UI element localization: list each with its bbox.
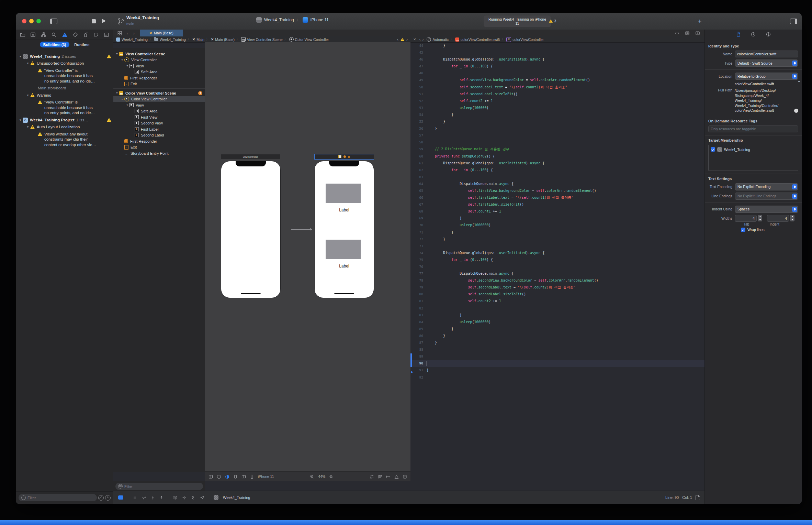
symbol-navigator-icon[interactable] [41,32,46,37]
segue-badge-icon[interactable]: ➔ [198,91,202,95]
outline-row[interactable]: First Responder [113,138,205,144]
code-line[interactable]: 65 self.firstView.backgroundColor = self… [410,187,705,194]
issue-row[interactable]: ▾Week4_Training2 issues [16,53,113,60]
outline-row[interactable]: LFirst Label [113,126,205,132]
segment-runtime[interactable]: Runtime [74,43,89,47]
checkbox-checked-icon[interactable] [711,147,715,152]
first-label[interactable]: Label [315,208,374,212]
code-line[interactable]: 63 [410,174,705,181]
debug-navigator-icon[interactable] [83,32,88,37]
outline-row[interactable]: First View [113,114,205,120]
toolbar-warning-badge[interactable]: 3 [549,19,556,23]
outline-row[interactable]: ▾View [113,63,205,69]
split-view-icon[interactable] [241,474,246,479]
previous-issue-icon[interactable]: ‹ [397,37,398,42]
adjust-variants-icon[interactable] [225,474,229,479]
color-view-controller-header[interactable] [314,154,374,160]
code-line[interactable]: 74 DispatchQueue.global(qos: .userInitia… [410,250,705,256]
disclosure-icon[interactable]: ▾ [18,54,23,59]
code-line[interactable]: 77 DispatchQueue.main.async { [410,270,705,277]
pause-icon[interactable] [133,495,137,500]
issue-row[interactable]: ▾Auto Layout Localization [16,124,113,131]
line-endings-dropdown[interactable]: No Explicit Line Endings [735,193,798,200]
toggle-inspector-icon[interactable] [790,19,797,24]
second-view[interactable] [326,240,361,259]
code-line[interactable]: 70 usleep(1000000) [410,222,705,229]
code-line[interactable]: 46 DispatchQueue.global(qos: .userInitia… [410,56,705,63]
disclosure-icon[interactable]: ▾ [125,103,129,107]
outline-row[interactable]: LSecond Label [113,132,205,139]
code-line[interactable]: 92 [410,374,705,381]
code-line[interactable]: 71 } [410,229,705,236]
outline-row[interactable]: →Exit [113,81,205,87]
disclosure-icon[interactable]: ▾ [25,124,30,130]
target-row[interactable]: Week4_Training [711,147,796,152]
zoom-in-icon[interactable] [329,474,334,479]
minimize-window-button[interactable] [29,19,34,23]
breadcrumb-item[interactable]: CcolorViewController [506,37,544,42]
activity-viewer[interactable]: Running Week4_Training on iPhone 11 [484,15,551,27]
document-icon[interactable] [696,495,700,500]
code-line[interactable]: 44 } [410,42,705,49]
report-navigator-icon[interactable] [104,32,109,37]
navigator-filter-input[interactable]: Filter [19,494,97,501]
step-out-icon[interactable] [159,495,163,500]
text-encoding-dropdown[interactable]: No Explicit Encoding [735,183,798,190]
embed-icon[interactable] [403,474,407,479]
help-inspector-icon[interactable] [766,32,771,37]
code-line[interactable]: 75 for _ in (0...100) { [410,256,705,263]
issue-row[interactable]: ▾Warning [16,92,113,99]
tab-main-base[interactable]: ✕ Main (Base) [140,30,183,36]
stepper-icon[interactable] [758,215,762,221]
code-line[interactable]: 55 } [410,118,705,125]
latest-build-only-icon[interactable] [105,495,111,501]
type-dropdown[interactable]: Default - Swift Source [735,59,798,67]
canvas-device-label[interactable]: iPhone 11 [258,474,274,479]
back-button[interactable]: ‹ [127,31,128,36]
issue-row[interactable]: ▾AWeek4_Training Project1 iss… [16,117,113,124]
outline-row[interactable]: Safe Area [113,108,205,114]
issue-row[interactable]: ▾Unsupported Configuration [16,60,113,67]
close-editor-icon[interactable]: ✕ [413,37,416,41]
canvas-zoom-label[interactable]: 44% [318,474,325,479]
outline-row[interactable]: ▾Color View Controller Scene➔ [113,90,205,96]
code-line[interactable]: 64 DispatchQueue.main.async { [410,181,705,187]
find-navigator-icon[interactable] [51,32,57,37]
code-line[interactable]: 51 self.secondLabel.sizeToFit() [410,91,705,98]
update-frames-icon[interactable] [370,474,374,479]
step-over-icon[interactable] [141,495,146,500]
code-line[interactable]: 60 private func setupColor02() { [410,153,705,160]
outline-row[interactable]: First Responder [113,75,205,81]
simulate-location-icon[interactable] [200,495,204,500]
orientation-icon[interactable] [233,474,238,479]
code-line[interactable]: 72 } [410,236,705,243]
memory-graph-icon[interactable] [182,495,187,500]
outline-row[interactable]: →Exit [113,144,205,151]
toggle-navigator-icon[interactable] [50,19,57,24]
stop-button[interactable] [92,19,96,23]
outline-filter-input[interactable]: Filter [115,483,203,490]
code-line[interactable]: 90 [410,360,705,367]
code-line[interactable]: 48 [410,70,705,77]
run-button[interactable] [102,19,106,23]
tab-overview-icon[interactable] [117,31,122,35]
align-icon[interactable] [378,474,382,479]
outline-row[interactable]: ▾View Controller [113,57,205,63]
outline-row[interactable]: ▾Color View Controller [113,96,205,102]
code-line[interactable]: 80 self.secondLabel.sizeToFit() [410,291,705,298]
close-window-button[interactable] [22,19,26,23]
code-line[interactable]: 78 self.secondView.backgroundColor = sel… [410,277,705,284]
step-into-icon[interactable] [151,495,155,500]
code-line[interactable]: 81 self.count2 += 1 [410,298,705,305]
issue-row[interactable]: Main.storyboard [16,85,113,92]
stepper-icon[interactable] [790,215,794,221]
file-inspector-icon[interactable] [736,32,741,37]
location-dropdown[interactable]: Relative to Group [735,73,798,80]
next-issue-icon[interactable]: › [406,37,408,42]
outline-row[interactable]: ▾View Controller Scene [113,51,205,57]
running-app-label[interactable]: Week4_Training [223,495,250,500]
scheme-selector[interactable]: Week4_Training 〉 iPhone 11 [256,17,329,23]
device-icon[interactable] [250,474,254,479]
add-constraints-icon[interactable] [386,474,391,479]
code-line[interactable]: 61 DispatchQueue.global(qos: .userInitia… [410,160,705,167]
